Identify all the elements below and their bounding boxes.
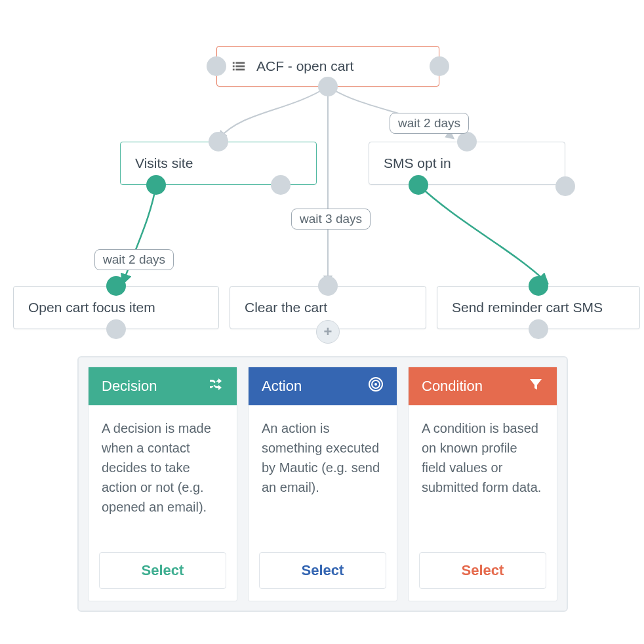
action-card-header: Action	[249, 367, 397, 405]
connector-dot-yes[interactable]	[409, 175, 428, 195]
select-decision-button[interactable]: Select	[99, 552, 226, 589]
card-title: Condition	[422, 378, 483, 395]
connector-dot[interactable]	[106, 276, 126, 296]
decision-card-header: Decision	[89, 367, 237, 405]
card-description: A decision is made when a contact decide…	[89, 405, 237, 546]
shuffle-icon	[208, 376, 224, 396]
connector-dot-no[interactable]	[271, 175, 291, 195]
wait-label: wait 2 days	[94, 249, 174, 270]
card-description: An action is something executed by Mauti…	[249, 405, 397, 546]
node-type-selector-panel: Decision A decision is made when a conta…	[77, 356, 568, 612]
action-card: Action An action is something executed b…	[248, 367, 397, 601]
wait-label: wait 3 days	[291, 209, 371, 230]
connector-dot[interactable]	[207, 56, 226, 76]
svg-rect-4	[233, 69, 235, 71]
connector-dot[interactable]	[457, 132, 477, 151]
connector-dot[interactable]	[106, 319, 126, 339]
wait-label: wait 2 days	[390, 113, 469, 134]
node-label: Visits site	[121, 145, 207, 182]
connector-dot[interactable]	[209, 132, 228, 151]
target-icon	[368, 376, 384, 396]
connector-dot[interactable]	[318, 276, 338, 296]
svg-rect-0	[233, 62, 235, 64]
connector-dot[interactable]	[430, 56, 449, 76]
condition-card-header: Condition	[409, 367, 557, 405]
card-title: Action	[262, 378, 302, 395]
root-label: ACF - open cart	[242, 48, 368, 85]
card-description: A condition is based on known profile fi…	[409, 405, 557, 546]
node-label: Send reminder cart SMS	[437, 289, 617, 326]
svg-point-8	[374, 383, 377, 386]
add-node-button[interactable]: +	[316, 320, 340, 344]
connector-dot[interactable]	[529, 276, 548, 296]
card-title: Decision	[102, 378, 157, 395]
select-condition-button[interactable]: Select	[419, 552, 546, 589]
connector-dot[interactable]	[318, 77, 338, 96]
svg-rect-2	[233, 66, 235, 68]
connector-dot-yes[interactable]	[146, 175, 166, 195]
node-label: Open cart focus item	[14, 289, 170, 326]
connector-dot-no[interactable]	[555, 176, 575, 196]
connector-dot[interactable]	[529, 319, 548, 339]
condition-card: Condition A condition is based on known …	[408, 367, 557, 601]
decision-card: Decision A decision is made when a conta…	[88, 367, 237, 601]
select-action-button[interactable]: Select	[259, 552, 386, 589]
filter-icon	[528, 376, 544, 396]
